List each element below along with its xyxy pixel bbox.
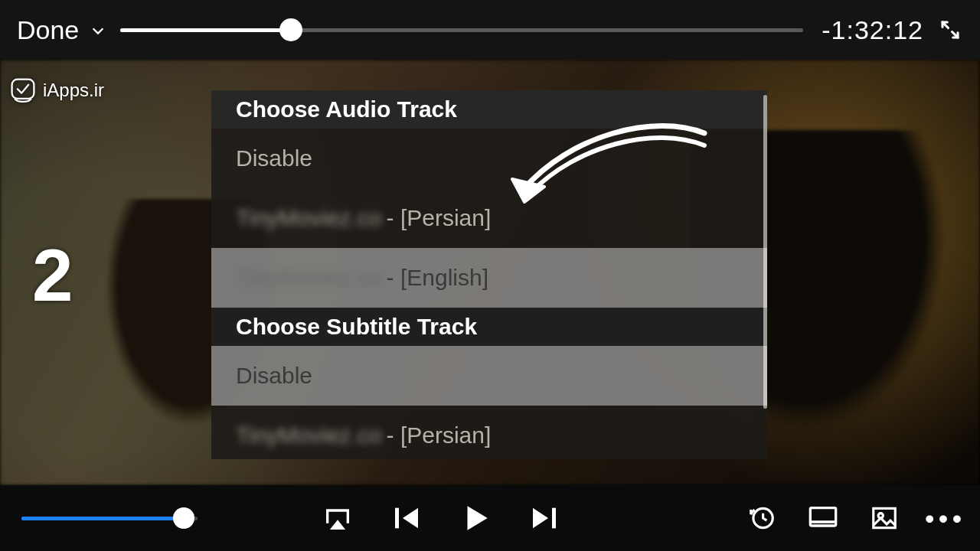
- subtitle-disable-option[interactable]: Disable: [211, 346, 767, 406]
- track-source-blurred: TinyMoviez.co: [236, 265, 382, 291]
- subtitles-icon[interactable]: [805, 500, 841, 536]
- track-language-label: - [English]: [387, 265, 488, 291]
- volume-fill: [21, 517, 184, 520]
- track-source-blurred: TinyMoviez.co: [236, 422, 382, 448]
- audio-track-option[interactable]: TinyMoviez.co - [English]: [211, 248, 767, 308]
- svg-rect-4: [552, 508, 556, 529]
- svg-rect-3: [395, 508, 399, 529]
- audio-disable-option[interactable]: Disable: [211, 129, 767, 188]
- scrub-fill: [120, 28, 291, 32]
- track-language-label: - [Persian]: [387, 422, 492, 448]
- watermark: iApps.ir: [9, 77, 104, 104]
- scrub-slider[interactable]: [120, 28, 803, 32]
- menu-scrollbar[interactable]: [763, 95, 767, 409]
- scrub-thumb[interactable]: [279, 18, 302, 41]
- subtitle-track-option[interactable]: TinyMoviez.co - [Persian]: [211, 406, 767, 459]
- audio-track-option[interactable]: TinyMoviez.co - [Persian]: [211, 188, 767, 248]
- time-remaining: -1:32:12: [822, 15, 923, 45]
- next-track-icon[interactable]: [527, 500, 562, 536]
- svg-rect-8: [874, 508, 896, 527]
- more-icon[interactable]: •••: [928, 500, 963, 536]
- track-menu: Choose Audio Track Disable TinyMoviez.co…: [211, 90, 767, 459]
- audio-track-header: Choose Audio Track: [211, 90, 767, 129]
- track-language-label: - [Persian]: [387, 205, 492, 231]
- done-button[interactable]: Done: [17, 15, 79, 45]
- airplay-icon[interactable]: [320, 500, 355, 536]
- history-icon[interactable]: [744, 500, 779, 536]
- play-icon[interactable]: [458, 500, 493, 536]
- watermark-text: iApps.ir: [43, 80, 104, 101]
- volume-thumb[interactable]: [173, 507, 194, 529]
- track-source-blurred: TinyMoviez.co: [236, 205, 382, 231]
- fullscreen-icon[interactable]: [937, 17, 963, 43]
- svg-rect-2: [12, 80, 34, 99]
- picture-icon[interactable]: [867, 500, 902, 536]
- volume-slider[interactable]: [21, 517, 198, 520]
- previous-track-icon[interactable]: [389, 500, 424, 536]
- top-controls-bar: Done -1:32:12: [0, 0, 980, 60]
- annotation-step-number: 2: [32, 233, 73, 318]
- chevron-down-icon[interactable]: [90, 15, 106, 45]
- bottom-controls-bar: •••: [0, 485, 980, 551]
- subtitle-track-header: Choose Subtitle Track: [211, 308, 767, 346]
